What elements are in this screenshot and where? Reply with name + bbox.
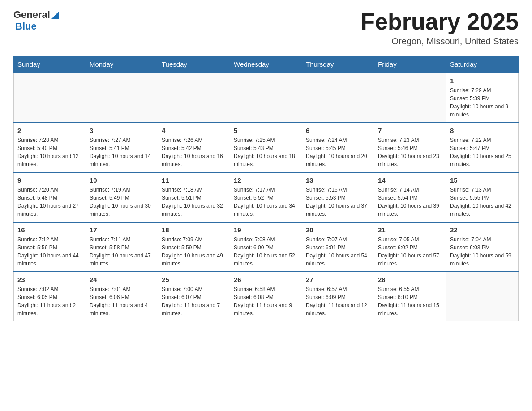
day-number: 1 [450,77,515,85]
day-number: 9 [17,176,82,184]
day-info: Sunrise: 7:02 AM Sunset: 6:05 PM Dayligh… [17,285,82,317]
calendar-day-cell: 7Sunrise: 7:23 AM Sunset: 5:46 PM Daylig… [374,123,446,172]
page-header: General Blue February 2025 Oregon, Misso… [13,9,519,47]
logo-blue: Blue [15,21,37,32]
day-info: Sunrise: 7:27 AM Sunset: 5:41 PM Dayligh… [90,136,154,168]
day-info: Sunrise: 7:16 AM Sunset: 5:53 PM Dayligh… [306,186,370,218]
day-info: Sunrise: 7:20 AM Sunset: 5:48 PM Dayligh… [17,186,82,218]
day-info: Sunrise: 7:12 AM Sunset: 5:56 PM Dayligh… [17,235,82,268]
calendar-day-cell: 10Sunrise: 7:19 AM Sunset: 5:49 PM Dayli… [86,172,158,222]
day-info: Sunrise: 7:29 AM Sunset: 5:39 PM Dayligh… [450,86,515,119]
calendar-day-cell: 2Sunrise: 7:28 AM Sunset: 5:40 PM Daylig… [14,123,86,172]
day-info: Sunrise: 7:01 AM Sunset: 6:06 PM Dayligh… [90,285,154,317]
day-info: Sunrise: 7:05 AM Sunset: 6:02 PM Dayligh… [378,235,442,268]
header-friday: Friday [374,56,446,73]
day-info: Sunrise: 7:09 AM Sunset: 5:59 PM Dayligh… [162,235,226,268]
day-number: 26 [234,276,298,283]
location-title: Oregon, Missouri, United States [360,36,519,47]
day-info: Sunrise: 7:14 AM Sunset: 5:54 PM Dayligh… [378,186,442,218]
calendar-day-cell [14,73,86,123]
calendar-day-cell [374,73,446,123]
svg-marker-0 [51,11,59,19]
day-info: Sunrise: 7:00 AM Sunset: 6:07 PM Dayligh… [162,285,226,317]
header-saturday: Saturday [446,56,519,73]
day-info: Sunrise: 7:17 AM Sunset: 5:52 PM Dayligh… [234,186,298,218]
day-number: 6 [306,127,370,134]
day-info: Sunrise: 7:19 AM Sunset: 5:49 PM Dayligh… [90,186,154,218]
calendar-day-cell [230,73,302,123]
day-number: 2 [17,127,82,134]
calendar-day-cell: 17Sunrise: 7:11 AM Sunset: 5:58 PM Dayli… [86,222,158,272]
month-title: February 2025 [360,9,519,34]
day-number: 11 [162,176,226,184]
calendar-day-cell: 22Sunrise: 7:04 AM Sunset: 6:03 PM Dayli… [446,222,519,272]
day-info: Sunrise: 7:08 AM Sunset: 6:00 PM Dayligh… [234,235,298,268]
day-number: 24 [90,276,154,283]
calendar-day-cell: 6Sunrise: 7:24 AM Sunset: 5:45 PM Daylig… [302,123,374,172]
day-number: 20 [306,226,370,234]
calendar-day-cell: 24Sunrise: 7:01 AM Sunset: 6:06 PM Dayli… [86,272,158,321]
calendar-day-cell: 9Sunrise: 7:20 AM Sunset: 5:48 PM Daylig… [14,172,86,222]
calendar-week-row: 23Sunrise: 7:02 AM Sunset: 6:05 PM Dayli… [14,272,519,321]
day-number: 5 [234,127,298,134]
day-number: 14 [378,176,442,184]
day-number: 25 [162,276,226,283]
day-number: 23 [17,276,82,283]
calendar-day-cell: 20Sunrise: 7:07 AM Sunset: 6:01 PM Dayli… [302,222,374,272]
day-number: 15 [450,176,515,184]
day-number: 22 [450,226,515,234]
calendar-day-cell: 16Sunrise: 7:12 AM Sunset: 5:56 PM Dayli… [14,222,86,272]
calendar-day-cell: 21Sunrise: 7:05 AM Sunset: 6:02 PM Dayli… [374,222,446,272]
day-info: Sunrise: 7:13 AM Sunset: 5:55 PM Dayligh… [450,186,515,218]
calendar-day-cell [446,272,519,321]
calendar-day-cell [302,73,374,123]
day-number: 28 [378,276,442,283]
day-info: Sunrise: 6:58 AM Sunset: 6:08 PM Dayligh… [234,285,298,317]
header-thursday: Thursday [302,56,374,73]
calendar-day-cell: 28Sunrise: 6:55 AM Sunset: 6:10 PM Dayli… [374,272,446,321]
calendar-table: SundayMondayTuesdayWednesdayThursdayFrid… [13,56,519,321]
calendar-day-cell: 3Sunrise: 7:27 AM Sunset: 5:41 PM Daylig… [86,123,158,172]
header-monday: Monday [86,56,158,73]
calendar-day-cell: 1Sunrise: 7:29 AM Sunset: 5:39 PM Daylig… [446,73,519,123]
calendar-day-cell: 13Sunrise: 7:16 AM Sunset: 5:53 PM Dayli… [302,172,374,222]
day-number: 21 [378,226,442,234]
day-number: 19 [234,226,298,234]
calendar-day-cell: 8Sunrise: 7:22 AM Sunset: 5:47 PM Daylig… [446,123,519,172]
calendar-day-cell: 23Sunrise: 7:02 AM Sunset: 6:05 PM Dayli… [14,272,86,321]
calendar-day-cell: 27Sunrise: 6:57 AM Sunset: 6:09 PM Dayli… [302,272,374,321]
day-info: Sunrise: 7:04 AM Sunset: 6:03 PM Dayligh… [450,235,515,268]
logo-triangle-icon [51,11,59,19]
calendar-day-cell: 15Sunrise: 7:13 AM Sunset: 5:55 PM Dayli… [446,172,519,222]
header-wednesday: Wednesday [230,56,302,73]
title-block: February 2025 Oregon, Missouri, United S… [360,9,519,47]
calendar-day-cell: 5Sunrise: 7:25 AM Sunset: 5:43 PM Daylig… [230,123,302,172]
calendar-week-row: 16Sunrise: 7:12 AM Sunset: 5:56 PM Dayli… [14,222,519,272]
calendar-week-row: 1Sunrise: 7:29 AM Sunset: 5:39 PM Daylig… [14,73,519,123]
calendar-day-cell [86,73,158,123]
day-number: 7 [378,127,442,134]
day-info: Sunrise: 7:23 AM Sunset: 5:46 PM Dayligh… [378,136,442,168]
day-info: Sunrise: 7:22 AM Sunset: 5:47 PM Dayligh… [450,136,515,168]
day-number: 4 [162,127,226,134]
day-info: Sunrise: 7:18 AM Sunset: 5:51 PM Dayligh… [162,186,226,218]
day-number: 18 [162,226,226,234]
calendar-day-cell: 19Sunrise: 7:08 AM Sunset: 6:00 PM Dayli… [230,222,302,272]
day-number: 17 [90,226,154,234]
calendar-day-cell: 18Sunrise: 7:09 AM Sunset: 5:59 PM Dayli… [158,222,230,272]
day-number: 3 [90,127,154,134]
day-number: 27 [306,276,370,283]
calendar-day-cell [158,73,230,123]
day-info: Sunrise: 7:11 AM Sunset: 5:58 PM Dayligh… [90,235,154,268]
day-info: Sunrise: 6:57 AM Sunset: 6:09 PM Dayligh… [306,285,370,317]
logo: General Blue [13,9,59,32]
day-number: 13 [306,176,370,184]
calendar-day-cell: 25Sunrise: 7:00 AM Sunset: 6:07 PM Dayli… [158,272,230,321]
day-number: 10 [90,176,154,184]
calendar-day-cell: 14Sunrise: 7:14 AM Sunset: 5:54 PM Dayli… [374,172,446,222]
day-number: 8 [450,127,515,134]
day-info: Sunrise: 7:26 AM Sunset: 5:42 PM Dayligh… [162,136,226,168]
day-number: 12 [234,176,298,184]
header-sunday: Sunday [14,56,86,73]
day-info: Sunrise: 7:07 AM Sunset: 6:01 PM Dayligh… [306,235,370,268]
